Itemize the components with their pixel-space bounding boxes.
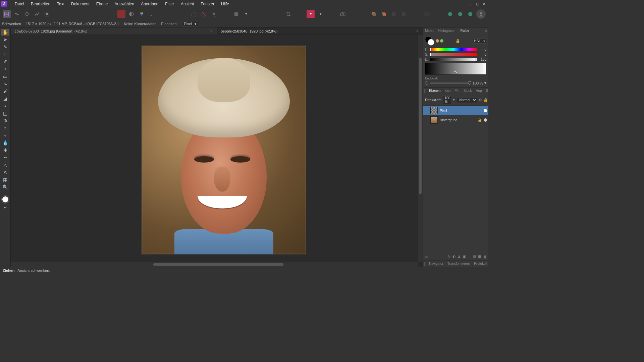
sat-value[interactable]: 0 bbox=[478, 53, 486, 56]
cloud-2-icon[interactable] bbox=[456, 10, 464, 18]
collapse-icon[interactable]: ‖ bbox=[423, 261, 427, 266]
quickmask-icon[interactable] bbox=[232, 10, 240, 18]
autocontrast-icon[interactable] bbox=[127, 10, 136, 18]
swap-color-icon[interactable]: ⇄ bbox=[1, 204, 9, 210]
group-icon[interactable]: ▣ bbox=[463, 254, 466, 259]
sat-slider[interactable] bbox=[430, 53, 477, 56]
cloud-1-icon[interactable] bbox=[446, 10, 454, 18]
live-filter-icon[interactable]: ⧗ bbox=[458, 254, 461, 259]
color-mode-select[interactable]: HSL bbox=[473, 39, 486, 44]
layer-opacity-input[interactable]: 100 % bbox=[443, 96, 452, 104]
hue-slider[interactable] bbox=[430, 48, 477, 51]
maximize-button[interactable]: ▢ bbox=[474, 2, 480, 6]
lig-slider[interactable] bbox=[430, 58, 477, 61]
insert-target-icon[interactable] bbox=[422, 10, 432, 18]
liquify-persona-icon[interactable] bbox=[13, 10, 21, 18]
opacity-none-icon[interactable] bbox=[425, 81, 428, 85]
blend-mode-select[interactable]: Normal bbox=[456, 97, 477, 103]
tab-stile[interactable]: Stile bbox=[484, 89, 488, 93]
menu-auswaehlen[interactable]: Auswählen bbox=[111, 2, 138, 6]
opacity-value[interactable]: 100 % bbox=[473, 81, 483, 85]
fg-bg-swatch[interactable] bbox=[425, 36, 434, 46]
layer-pixel[interactable]: Pixel bbox=[423, 106, 488, 115]
arrange-back-icon[interactable] bbox=[370, 10, 378, 18]
freehand-tool-icon[interactable]: ∿ bbox=[1, 80, 9, 87]
tab-pin[interactable]: Pin bbox=[452, 89, 461, 93]
crop-toggle-icon[interactable] bbox=[284, 10, 292, 18]
cloud-3-icon[interactable] bbox=[466, 10, 474, 18]
zoom-tool-icon[interactable]: 🔍 bbox=[1, 184, 9, 190]
dodge-tool-icon[interactable]: ○ bbox=[1, 125, 9, 131]
menu-fenster[interactable]: Fenster bbox=[197, 2, 218, 6]
visibility-icon[interactable] bbox=[484, 118, 487, 122]
text-tool-icon[interactable]: A bbox=[1, 169, 9, 176]
layer-settings-icon[interactable]: ⚙ bbox=[479, 98, 482, 102]
tab-stock[interactable]: Stock bbox=[462, 89, 474, 93]
mesh-tool-icon[interactable]: ▦ bbox=[1, 176, 9, 183]
tab-anp[interactable]: Anp bbox=[474, 89, 484, 93]
tab-farbe[interactable]: Farbe bbox=[459, 29, 471, 33]
selection-brush-tool-icon[interactable]: ✐ bbox=[1, 58, 9, 65]
crop-tool-icon[interactable]: ⌗ bbox=[1, 51, 9, 58]
arrange-front-icon[interactable] bbox=[380, 10, 388, 18]
tab-transformieren[interactable]: Transformieren bbox=[445, 262, 472, 265]
visibility-icon[interactable] bbox=[484, 109, 487, 112]
move-tool-icon[interactable]: ➤ bbox=[1, 36, 9, 43]
develop-persona-icon[interactable] bbox=[23, 10, 31, 18]
blur-tool-icon[interactable]: 💧 bbox=[1, 139, 9, 146]
clone-tool-icon[interactable]: ⊕ bbox=[1, 117, 9, 124]
marquee-tool-icon[interactable]: ▭ bbox=[1, 73, 9, 80]
menu-bearbeiten[interactable]: Bearbeiten bbox=[28, 2, 54, 6]
tab-makro[interactable]: Makro bbox=[423, 29, 436, 33]
arrange-3-icon[interactable] bbox=[390, 10, 398, 18]
menu-ansicht[interactable]: Ansicht bbox=[177, 2, 197, 6]
tab-kan[interactable]: Kan bbox=[442, 89, 452, 93]
vertical-scrollbar[interactable] bbox=[418, 35, 423, 262]
layer-name[interactable]: Pixel bbox=[440, 109, 482, 113]
color-swatch-icon[interactable] bbox=[2, 196, 9, 203]
healing-tool-icon[interactable]: ✚ bbox=[1, 147, 9, 154]
adjustment-icon[interactable]: ◐ bbox=[452, 254, 456, 259]
fill-tool-icon[interactable]: ◢ bbox=[1, 95, 9, 102]
recent-color-1-icon[interactable] bbox=[436, 39, 439, 43]
dropdown-icon[interactable]: ▾ bbox=[242, 10, 250, 18]
select-all-icon[interactable] bbox=[190, 10, 198, 18]
assistant-dropdown-icon[interactable]: ▾ bbox=[317, 10, 325, 18]
menu-ebene[interactable]: Ebene bbox=[93, 2, 111, 6]
fx-icon[interactable]: fx bbox=[447, 255, 450, 259]
opacity-dropdown-icon[interactable]: ▾ bbox=[484, 81, 486, 85]
horizontal-scrollbar[interactable] bbox=[11, 262, 418, 267]
tone-persona-icon[interactable] bbox=[33, 10, 41, 18]
lock-icon[interactable]: 🔒 bbox=[478, 118, 482, 122]
smudge-tool-icon[interactable]: ☟ bbox=[1, 132, 9, 139]
add-layer-icon[interactable]: ▤ bbox=[473, 254, 476, 259]
close-button[interactable]: ✕ bbox=[481, 2, 487, 6]
tab-histogramm[interactable]: Histogramm bbox=[436, 29, 459, 33]
opacity-slider[interactable] bbox=[430, 82, 471, 84]
delete-layer-icon[interactable]: 🗑 bbox=[483, 255, 487, 259]
canvas[interactable] bbox=[11, 35, 423, 267]
color-picker-tool-icon[interactable]: ✎ bbox=[1, 44, 9, 50]
lig-value[interactable]: 100 bbox=[478, 58, 486, 61]
erase-tool-icon[interactable]: ◫ bbox=[1, 110, 9, 117]
collapse-icon[interactable]: ‖ bbox=[423, 88, 427, 93]
shape-tool-icon[interactable]: △ bbox=[1, 162, 9, 168]
lock-icon[interactable]: 🔒 bbox=[455, 39, 460, 43]
layer-name[interactable]: Hintergrund bbox=[440, 118, 476, 122]
gradient-preview[interactable]: ↖ bbox=[425, 63, 486, 75]
tab-protokoll[interactable]: Protokoll bbox=[472, 262, 488, 265]
close-icon[interactable]: × bbox=[416, 29, 419, 34]
pen-tool-icon[interactable]: ✒ bbox=[1, 154, 9, 161]
paint-brush-tool-icon[interactable]: 🖌 bbox=[1, 88, 9, 95]
export-persona-icon[interactable] bbox=[43, 10, 51, 18]
layer-hintergrund[interactable]: Hintergrund 🔒 bbox=[423, 115, 488, 125]
autowb-icon[interactable] bbox=[148, 10, 156, 18]
hand-tool-icon[interactable]: ✋ bbox=[1, 29, 9, 36]
menu-hilfe[interactable]: Hilfe bbox=[218, 2, 232, 6]
layer-lock-icon[interactable]: 🔒 bbox=[483, 98, 488, 102]
menu-dokument[interactable]: Dokument bbox=[68, 2, 93, 6]
minimize-button[interactable]: — bbox=[468, 2, 474, 6]
opacity-dropdown-icon[interactable]: ▾ bbox=[453, 98, 455, 102]
tab-ebenen[interactable]: Ebenen bbox=[427, 89, 442, 93]
autocolor-icon[interactable] bbox=[138, 10, 146, 18]
